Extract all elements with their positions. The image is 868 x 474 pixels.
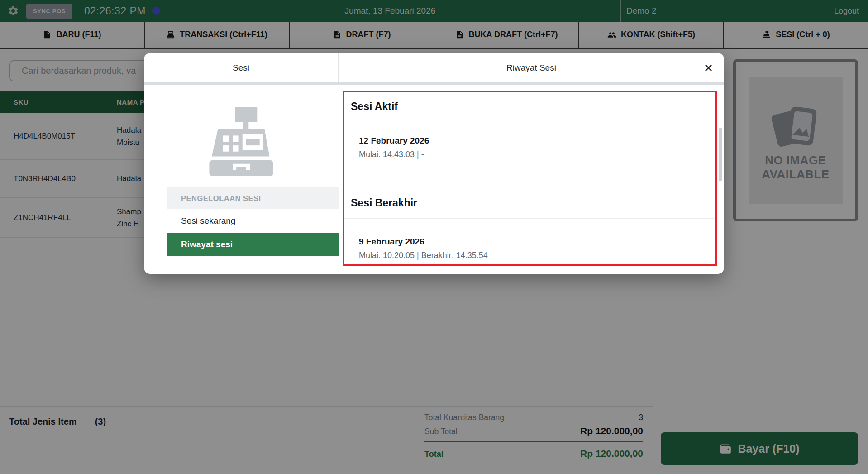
session-times: Mulai: 10:20:05 | Berakhir: 14:35:54 (359, 251, 715, 260)
session-date: 9 February 2026 (359, 237, 715, 247)
session-menu: PENGELOLAAN SESI Sesi sekarang Riwayat s… (167, 187, 339, 256)
session-history-panel: Sesi Aktif 12 February 2026 Mulai: 14:43… (339, 85, 724, 272)
section-title-ended: Sesi Berakhir (351, 197, 715, 209)
section-title-active: Sesi Aktif (351, 101, 715, 113)
modal-header: Sesi Riwayat Sesi ✕ (144, 53, 724, 85)
session-entry-active[interactable]: 12 February 2026 Mulai: 14:43:03 | - (359, 136, 715, 159)
cash-register-illustration (202, 107, 280, 176)
menu-item-sesi-sekarang[interactable]: Sesi sekarang (167, 209, 339, 233)
session-times: Mulai: 14:43:03 | - (359, 150, 715, 159)
pos-app: SYNC POS 02:26:32 PM Jumat, 13 Febuari 2… (0, 0, 868, 474)
modal-title-right-text: Riwayat Sesi (506, 63, 556, 73)
session-menu-header: PENGELOLAAN SESI (167, 187, 339, 209)
close-icon[interactable]: ✕ (704, 62, 713, 73)
menu-item-riwayat-sesi[interactable]: Riwayat sesi (167, 233, 339, 256)
modal-body: PENGELOLAAN SESI Sesi sekarang Riwayat s… (144, 85, 724, 272)
modal-title-riwayat: Riwayat Sesi (339, 53, 724, 82)
section-divider (344, 120, 715, 120)
modal-title-sesi: Sesi (144, 53, 339, 82)
highlighted-session-list: Sesi Aktif 12 February 2026 Mulai: 14:43… (343, 91, 717, 266)
section-divider (344, 176, 715, 176)
modal-title-left-text: Sesi (233, 63, 249, 73)
section-divider (344, 218, 715, 219)
session-modal: Sesi Riwayat Sesi ✕ (144, 53, 724, 274)
session-sidebar: PENGELOLAAN SESI Sesi sekarang Riwayat s… (144, 85, 339, 272)
session-entry-ended[interactable]: 9 February 2026 Mulai: 10:20:05 | Berakh… (359, 237, 715, 260)
session-date: 12 February 2026 (359, 136, 715, 146)
modal-scrollbar-thumb[interactable] (719, 128, 722, 181)
